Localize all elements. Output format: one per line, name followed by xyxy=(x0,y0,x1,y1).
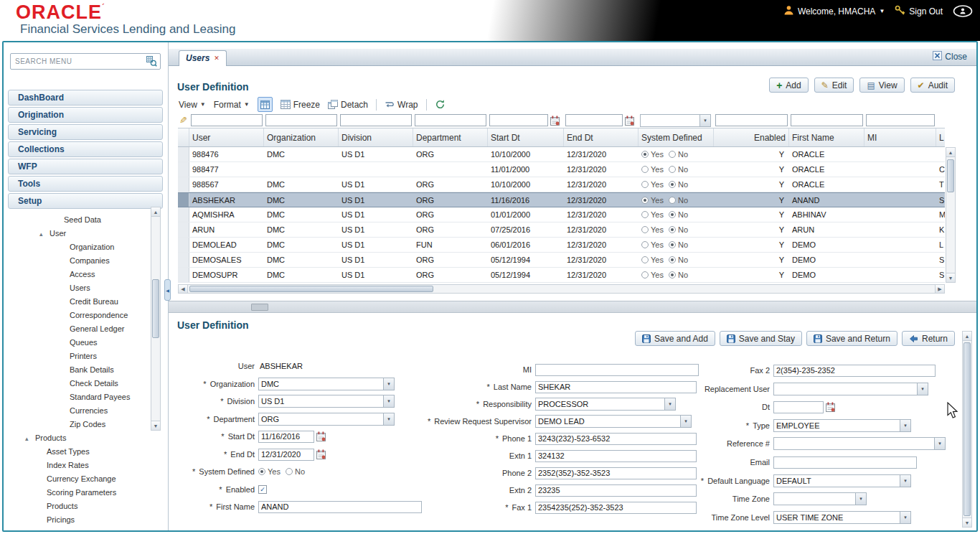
extn-1-input[interactable] xyxy=(535,450,697,462)
dt-input[interactable] xyxy=(773,401,824,413)
field-label: Time Zone Level xyxy=(674,513,773,522)
start-dt-input[interactable] xyxy=(258,431,314,443)
reference-select[interactable]: ▾ xyxy=(773,437,946,450)
search-icon[interactable] xyxy=(146,56,157,67)
tree-item-organization[interactable]: Organization xyxy=(4,240,150,254)
sidebar-item-setup[interactable]: Setup xyxy=(8,193,163,209)
tree-collapse-icon[interactable]: ▴ xyxy=(25,432,35,446)
form-row-type: * TypeEMPLOYEE▾ xyxy=(674,418,966,433)
tree-node-products[interactable]: ▴Products xyxy=(4,431,150,445)
tree-item-users[interactable]: Users xyxy=(4,281,150,295)
tree-item-access[interactable]: Access xyxy=(4,268,150,281)
type-select[interactable]: EMPLOYEE▾ xyxy=(773,419,911,432)
time-zone-select[interactable]: ▾ xyxy=(773,492,867,505)
chevron-down-icon[interactable]: ▾ xyxy=(917,383,928,395)
organization-select[interactable]: DMC▾ xyxy=(258,378,395,390)
tree-item-companies[interactable]: Companies xyxy=(4,254,150,268)
scroll-up-arrow[interactable]: ▲ xyxy=(151,207,160,217)
chevron-down-icon[interactable]: ▾ xyxy=(855,493,866,505)
responsibility-select[interactable]: PROCESSOR▾ xyxy=(535,398,676,411)
time-zone-level-select[interactable]: USER TIME ZONE▾ xyxy=(773,511,911,524)
chevron-down-icon[interactable]: ▾ xyxy=(900,475,910,487)
sidebar-item-servicing[interactable]: Servicing xyxy=(8,124,163,140)
search-input[interactable] xyxy=(11,54,146,69)
tree-item-bank-details[interactable]: Bank Details xyxy=(4,363,150,377)
division-select[interactable]: US D1▾ xyxy=(258,395,395,408)
fax-1-input[interactable] xyxy=(535,502,697,514)
scroll-up-arrow[interactable]: ▲ xyxy=(963,332,971,341)
scroll-up-arrow[interactable]: ▲ xyxy=(946,148,955,157)
chevron-down-icon[interactable]: ▾ xyxy=(900,420,910,431)
tree-item-queues[interactable]: Queues xyxy=(4,336,150,350)
field-label: * System Defined xyxy=(174,467,258,476)
tree-item-pricings[interactable]: Pricings xyxy=(4,513,150,527)
table-vertical-scrollbar[interactable]: ▲ ▼ xyxy=(946,147,956,283)
selected-value: US D1 xyxy=(259,395,383,407)
sidebar-item-origination[interactable]: Origination xyxy=(8,107,163,123)
scrollbar-thumb[interactable] xyxy=(947,159,954,192)
form-column-col2: MI* Last Name* ResponsibilityPROCESSOR▾*… xyxy=(402,362,719,522)
close-button[interactable]: Close xyxy=(933,51,967,62)
department-select[interactable]: ORG▾ xyxy=(258,413,395,426)
tree-item-asset-types[interactable]: Asset Types xyxy=(4,445,150,459)
tree-item-currencies[interactable]: Currencies xyxy=(4,404,150,418)
calendar-icon[interactable] xyxy=(316,431,326,441)
tree-item-credit-bureau[interactable]: Credit Bureau xyxy=(4,295,150,309)
tree-item-zip-codes[interactable]: Zip Codes xyxy=(4,418,150,431)
welcome-menu[interactable]: Welcome, HMACHA ▼ xyxy=(783,5,885,17)
scroll-down-arrow[interactable]: ▼ xyxy=(946,273,955,282)
tree-item-general-ledger[interactable]: General Ledger xyxy=(4,322,150,336)
menu-search-box[interactable] xyxy=(10,53,161,70)
phone-1-input[interactable] xyxy=(535,433,697,445)
sidebar-item-wfp[interactable]: WFP xyxy=(8,159,163,174)
enabled-checkbox[interactable]: ✓ xyxy=(258,485,267,494)
tree-collapse-icon[interactable]: ▴ xyxy=(39,228,50,241)
chevron-down-icon[interactable]: ▾ xyxy=(383,395,394,407)
system-defined-no-radio[interactable] xyxy=(286,468,293,475)
tree-item-index-rates[interactable]: Index Rates xyxy=(4,459,150,472)
scroll-down-arrow[interactable]: ▼ xyxy=(963,517,971,527)
review-request-supervisor-select[interactable]: DEMO LEAD▾ xyxy=(535,415,692,428)
chevron-down-icon[interactable]: ▾ xyxy=(383,378,394,390)
tree-item-products[interactable]: Products xyxy=(4,500,150,513)
replacement-user-select[interactable]: ▾ xyxy=(773,383,928,395)
chevron-down-icon[interactable]: ▾ xyxy=(900,512,910,523)
tree-item-standard-payees[interactable]: Standard Payees xyxy=(4,390,150,404)
calendar-icon[interactable] xyxy=(316,449,326,459)
calendar-icon[interactable] xyxy=(826,402,835,412)
sign-out-button[interactable]: Sign Out xyxy=(895,5,943,17)
sidebar-scrollbar[interactable]: ▲ ▼ xyxy=(151,207,161,431)
scrollbar-thumb[interactable] xyxy=(963,342,971,516)
sidebar-collapse-handle[interactable]: ◀ xyxy=(164,279,171,301)
detail-vertical-scrollbar[interactable]: ▲ ▼ xyxy=(962,331,972,528)
last-name-input[interactable] xyxy=(535,381,697,393)
tree-item-scoring-parameters[interactable]: Scoring Parameters xyxy=(4,486,150,500)
tree-item-currency-exchange[interactable]: Currency Exchange xyxy=(4,472,150,486)
tree-node-user[interactable]: ▴User xyxy=(4,227,150,240)
chevron-down-icon[interactable]: ▾ xyxy=(664,398,675,410)
session-user-badge[interactable] xyxy=(953,5,973,17)
tree-item-printers[interactable]: Printers xyxy=(4,350,150,363)
scrollbar-thumb[interactable] xyxy=(152,279,159,338)
tree-node-label: User xyxy=(50,229,66,238)
end-dt-input[interactable] xyxy=(258,449,314,461)
phone-2-input[interactable] xyxy=(535,467,697,479)
fax-2-input[interactable] xyxy=(773,365,936,377)
sidebar-item-collections[interactable]: Collections xyxy=(8,141,163,157)
chevron-down-icon[interactable]: ▾ xyxy=(383,413,394,425)
tree-node-seed-data[interactable]: Seed Data xyxy=(4,213,150,227)
scroll-down-arrow[interactable]: ▼ xyxy=(151,421,160,430)
sidebar-item-tools[interactable]: Tools xyxy=(8,176,163,192)
field-label: Phone 2 xyxy=(402,469,535,477)
field-label: Dt xyxy=(674,403,773,411)
tree-item-contract[interactable]: Contract xyxy=(4,527,150,530)
email-input[interactable] xyxy=(773,456,917,469)
default-language-select[interactable]: DEFAULT▾ xyxy=(773,474,911,487)
sidebar-item-dashboard[interactable]: DashBoard xyxy=(8,90,163,106)
tree-item-check-details[interactable]: Check Details xyxy=(4,377,150,390)
first-name-input[interactable] xyxy=(258,501,422,513)
system-defined-yes-radio[interactable] xyxy=(258,468,265,475)
chevron-down-icon[interactable]: ▾ xyxy=(934,438,945,449)
tree-item-correspondence[interactable]: Correspondence xyxy=(4,309,150,322)
extn-2-input[interactable] xyxy=(535,484,697,497)
